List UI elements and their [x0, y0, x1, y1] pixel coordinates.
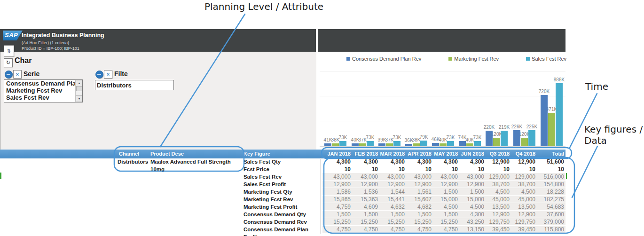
table-cell[interactable]: 4,759	[322, 203, 351, 211]
table-cell[interactable]: 12,900	[377, 181, 405, 188]
table-cell[interactable]: 10	[536, 165, 564, 173]
table-cell[interactable]: 4,750	[350, 226, 378, 233]
key-figure-cell[interactable]: Fcst Price	[243, 165, 323, 173]
table-cell[interactable]: 4,300	[456, 158, 484, 165]
table-cell[interactable]: 154,800	[536, 181, 564, 188]
key-figure-cell[interactable]: Sales Fcst Profit	[243, 181, 323, 188]
product-desc-cell[interactable]: Maalox Advanced Full Strength 10mg	[150, 158, 243, 165]
scroll-thumb[interactable]	[76, 86, 82, 91]
table-cell[interactable]: 4,300	[377, 158, 405, 165]
table-cell[interactable]: 10	[403, 165, 432, 173]
table-cell[interactable]: 115,800	[536, 226, 564, 233]
table-cell[interactable]: 12,900	[403, 181, 432, 188]
table-cell[interactable]: 51,600	[536, 158, 564, 165]
table-cell[interactable]: 12,900	[430, 181, 458, 188]
table-cell[interactable]: 1,500	[430, 188, 458, 196]
key-figure-cell[interactable]: Consensus Demand Qty	[243, 211, 323, 218]
table-cell[interactable]: 54,683	[536, 203, 564, 211]
table-cell[interactable]: 15,000	[430, 196, 458, 203]
series-listbox[interactable]: Consensus Demand Plan RevMarketing Fcst …	[4, 79, 83, 102]
serie-option[interactable]: Sales Fcst Rev	[4, 94, 82, 101]
column-header-period[interactable]: JUN 2018	[457, 151, 484, 157]
table-cell[interactable]: 43,000	[377, 173, 405, 181]
column-header-period[interactable]: Total	[537, 151, 564, 157]
legend-item[interactable]: Consensus Demand Plan Rev	[346, 56, 421, 62]
scroll-up-icon[interactable]: ▲	[76, 80, 83, 87]
table-cell[interactable]: 15,250	[403, 218, 432, 226]
legend-item[interactable]: Sales Fcst Rev	[526, 56, 566, 62]
filter-collapse-button[interactable]	[95, 71, 103, 79]
table-cell[interactable]: 4,750	[322, 226, 351, 233]
table-cell[interactable]: 4,632	[377, 203, 405, 211]
column-header-period[interactable]: MAR 2018	[377, 151, 405, 157]
table-cell[interactable]: 38,700	[507, 181, 535, 188]
table-cell[interactable]: 13,500	[507, 203, 535, 211]
table-cell[interactable]: 13,500	[481, 203, 510, 211]
table-cell[interactable]: 39,450	[507, 226, 535, 233]
table-cell[interactable]: 1,500	[350, 211, 378, 218]
table-cell[interactable]: 1,500	[403, 211, 432, 218]
table-cell[interactable]: 4,300	[456, 211, 484, 218]
table-cell[interactable]: 18,228	[536, 188, 564, 196]
table-cell[interactable]: 12,900	[481, 158, 510, 165]
key-figure-cell[interactable]: Marketing Fcst Profit	[243, 203, 323, 211]
column-header-period[interactable]: MAY 2018	[431, 151, 458, 157]
table-cell[interactable]: 4,500	[456, 203, 484, 211]
refresh-button[interactable]: ↻	[4, 58, 13, 67]
table-cell[interactable]: 15,865	[322, 196, 351, 203]
table-cell[interactable]: 10	[377, 165, 405, 173]
table-cell[interactable]: 4,300	[430, 158, 458, 165]
column-header-key-figure[interactable]: Key Figure	[243, 151, 270, 157]
table-cell[interactable]: 39,450	[481, 226, 510, 233]
table-cell[interactable]: 43,000	[350, 173, 378, 181]
table-cell[interactable]: 1,500	[456, 188, 484, 196]
key-figure-cell[interactable]: Marketing Fcst Rev	[243, 196, 323, 203]
scroll-down-icon[interactable]: ▼	[76, 95, 83, 102]
table-cell[interactable]: 12,900	[507, 211, 535, 218]
table-cell[interactable]: 1,500	[377, 211, 405, 218]
filter-input[interactable]	[95, 80, 174, 90]
column-header-channel[interactable]: Channel	[119, 151, 139, 157]
table-cell[interactable]: 4,609	[350, 203, 378, 211]
table-cell[interactable]: 129,750	[481, 218, 510, 226]
table-cell[interactable]: 4,300	[322, 158, 351, 165]
table-cell[interactable]: 129,750	[507, 218, 535, 226]
table-cell[interactable]: 4,300	[350, 158, 378, 165]
table-cell[interactable]: 13,150	[456, 226, 484, 233]
table-cell[interactable]: 38,700	[481, 181, 510, 188]
column-header-period[interactable]: Q3 2018	[482, 151, 510, 157]
table-cell[interactable]: 129,000	[481, 173, 510, 181]
column-header-period[interactable]: APR 2018	[404, 151, 432, 157]
table-cell[interactable]: 43,000	[403, 173, 432, 181]
serie-collapse-button[interactable]	[5, 71, 13, 79]
column-header-period[interactable]: FEB 2018	[351, 151, 378, 157]
table-cell[interactable]: 12,900	[456, 181, 484, 188]
listbox-scrollbar[interactable]: ▲ ▼	[75, 80, 82, 102]
filter-close-button[interactable]: ×	[104, 70, 112, 79]
table-cell[interactable]: 45,000	[507, 196, 535, 203]
table-cell[interactable]: 15,607	[403, 196, 432, 203]
legend-item[interactable]: Marketing Fcst Rev	[448, 56, 499, 62]
table-cell[interactable]: 10	[507, 165, 535, 173]
table-cell[interactable]: 1,500	[430, 211, 458, 218]
table-cell[interactable]: 4,750	[377, 226, 405, 233]
table-cell[interactable]: 1,536	[350, 188, 378, 196]
table-cell[interactable]: 10	[430, 165, 458, 173]
key-figure-cell[interactable]: Sales Fcst Qty	[243, 158, 323, 165]
table-cell[interactable]: 43,000	[430, 173, 458, 181]
table-cell[interactable]: 15,000	[456, 196, 484, 203]
table-cell[interactable]: 10	[456, 165, 484, 173]
table-cell[interactable]: 43,000	[456, 173, 484, 181]
key-figure-cell[interactable]: Consensus Demand Plan Profit	[243, 226, 323, 233]
table-cell[interactable]: 1,500	[322, 211, 351, 218]
table-cell[interactable]: 15,441	[377, 196, 405, 203]
table-cell[interactable]: 43,250	[456, 218, 484, 226]
table-cell[interactable]: 4,500	[507, 188, 535, 196]
table-cell[interactable]: 15,250	[322, 218, 351, 226]
table-cell[interactable]: 4,750	[430, 226, 458, 233]
table-cell[interactable]: 45,000	[481, 196, 510, 203]
table-cell[interactable]: 10	[350, 165, 378, 173]
table-cell[interactable]: 1,544	[377, 188, 405, 196]
table-cell[interactable]: 10	[481, 165, 510, 173]
table-cell[interactable]: 4,300	[403, 158, 432, 165]
